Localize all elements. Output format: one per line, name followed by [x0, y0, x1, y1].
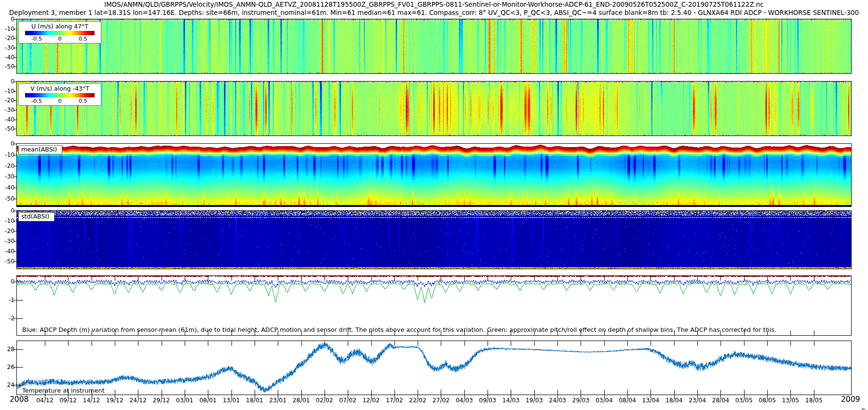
temperature-series-label: Temperature at instrument: [22, 387, 105, 394]
panel-u-velocity: U (m/s) along 47°T -0.5 0 0.5: [16, 19, 852, 74]
y-tick-label: -20: [0, 228, 14, 234]
y-tick-label: -50: [0, 258, 14, 265]
panel-temperature: Temperature at instrument: [16, 341, 852, 395]
x-axis-year-left: 2008: [10, 395, 28, 404]
y-tick-label: -20: [0, 97, 14, 104]
x-tick-label: 13/01: [223, 396, 240, 404]
y-tick-label: 26: [0, 364, 14, 370]
x-tick-label: 28/04: [712, 396, 730, 404]
y-tick-label: -1: [0, 297, 14, 303]
y-tick-label: 28: [0, 346, 14, 353]
y-tick-label: -10: [0, 218, 14, 224]
y-tick-label: -30: [0, 44, 14, 51]
y-tick-label: -50: [0, 63, 14, 70]
x-tick-label: 08/04: [619, 396, 636, 404]
y-tick-label: -30: [0, 238, 14, 245]
x-tick-label: 12/02: [363, 396, 380, 404]
y-tick-label: -30: [0, 173, 14, 180]
x-tick-label: 18/05: [805, 396, 823, 404]
y-tick-label: -20: [0, 35, 14, 41]
y-tick-label: -40: [0, 184, 14, 191]
x-tick-label: 03/04: [596, 396, 613, 404]
y-tick-label: -40: [0, 116, 14, 123]
v-velocity-colorbar-ticks: -0.5 0 0.5: [25, 97, 95, 105]
y-tick-label: -10: [0, 26, 14, 32]
x-tick-label: 02/02: [316, 396, 333, 404]
y-tick-label: 0: [0, 78, 14, 85]
x-tick-label: 24/03: [549, 396, 566, 404]
x-tick-label: 18/01: [246, 396, 263, 404]
x-tick-label: 14/03: [502, 396, 520, 404]
y-tick-label: 0: [0, 140, 14, 147]
y-tick-label: -2: [0, 315, 14, 322]
x-tick-label: 28/01: [293, 396, 310, 404]
y-tick-label: -50: [0, 125, 14, 132]
colorbar-tick-label: -0.5: [31, 98, 42, 104]
u-velocity-colorbar: [25, 31, 95, 35]
colorbar-tick-label: -0.5: [31, 36, 42, 42]
figure-subtitle-deployment-info: Deployment 3, member 1 lat=18.31S lon=14…: [0, 9, 868, 16]
colorbar-tick-label: 0: [58, 98, 61, 104]
x-tick-label: 17/02: [386, 396, 403, 404]
u-velocity-legend-title: U (m/s) along 47°T: [22, 23, 98, 30]
x-tick-label: 09/03: [479, 396, 496, 404]
x-tick-label: 18/04: [665, 396, 683, 404]
u-velocity-heatmap-canvas: [17, 19, 851, 73]
y-tick-label: 24: [0, 382, 14, 388]
y-tick-label: 0: [0, 207, 14, 214]
x-tick-label: 08/01: [199, 396, 217, 404]
depth-variation-annotation: Blue: ADCP Depth (m) variation from sens…: [22, 326, 776, 333]
x-tick-label: 14/12: [83, 396, 100, 404]
figure: IMOS/ANMN/QLD/GBRPPS/Velocity/IMOS_ANMN-…: [0, 0, 868, 410]
panel-depth-variation: Blue: ADCP Depth (m) variation from sens…: [16, 275, 852, 336]
x-tick-label: 27/02: [433, 396, 450, 404]
x-tick-label: 04/03: [456, 396, 473, 404]
u-velocity-colorbar-ticks: -0.5 0 0.5: [25, 35, 95, 42]
colorbar-tick-label: 0.5: [79, 36, 87, 42]
v-velocity-legend-title: V (m/s) along -43°T: [22, 85, 98, 92]
x-tick-label: 08/05: [759, 396, 776, 404]
y-tick-label: 0: [0, 16, 14, 23]
x-axis-year-right: 2009: [841, 395, 860, 404]
panel-v-velocity: V (m/s) along -43°T -0.5 0 0.5: [16, 81, 852, 136]
x-tick-label: 09/12: [59, 396, 77, 404]
u-velocity-legend: U (m/s) along 47°T -0.5 0 0.5: [18, 21, 101, 43]
x-tick-label: 03/05: [735, 396, 753, 404]
y-tick-label: -10: [0, 88, 14, 95]
panel-mean-absi: mean(ABSI): [16, 143, 852, 207]
x-tick-label: 22/02: [409, 396, 426, 404]
y-tick-label: 0: [0, 278, 14, 285]
x-tick-label: 19/03: [526, 396, 543, 404]
v-velocity-legend: V (m/s) along -43°T -0.5 0 0.5: [18, 83, 101, 106]
y-tick-label: -20: [0, 163, 14, 169]
y-tick-label: -10: [0, 151, 14, 158]
colorbar-tick-label: 0.5: [79, 98, 87, 104]
imos-copyright-watermark: © IMOS 04-May-2025 20:48:08 Hobart time: [860, 408, 867, 410]
x-tick-label: 13/05: [782, 396, 799, 404]
x-tick-label: 13/04: [642, 396, 660, 404]
mean-absi-heatmap-canvas: [17, 144, 851, 206]
y-tick-label: -30: [0, 107, 14, 113]
x-tick-label: 03/01: [176, 396, 193, 404]
std-absi-heatmap-canvas: [17, 211, 851, 269]
x-tick-label: 23/04: [689, 396, 706, 404]
y-tick-label: -40: [0, 248, 14, 255]
x-tick-label: 29/12: [153, 396, 170, 404]
std-absi-label-box: std(ABSI): [18, 212, 54, 221]
x-tick-label: 24/12: [129, 396, 147, 404]
temperature-line-canvas: [17, 341, 851, 395]
mean-absi-label-box: mean(ABSI): [18, 145, 62, 154]
x-tick-label: 29/03: [572, 396, 590, 404]
v-velocity-colorbar: [25, 93, 95, 97]
x-tick-label: 19/12: [106, 396, 123, 404]
v-velocity-heatmap-canvas: [17, 82, 851, 136]
x-tick-label: 07/02: [339, 396, 356, 404]
figure-title-filename: IMOS/ANMN/QLD/GBRPPS/Velocity/IMOS_ANMN-…: [0, 1, 868, 8]
panel-std-absi: std(ABSI): [16, 210, 852, 269]
x-tick-label: 23/01: [269, 396, 286, 404]
colorbar-tick-label: 0: [58, 36, 61, 42]
x-tick-label: 04/12: [36, 396, 54, 404]
y-tick-label: -50: [0, 195, 14, 202]
y-tick-label: -40: [0, 54, 14, 61]
